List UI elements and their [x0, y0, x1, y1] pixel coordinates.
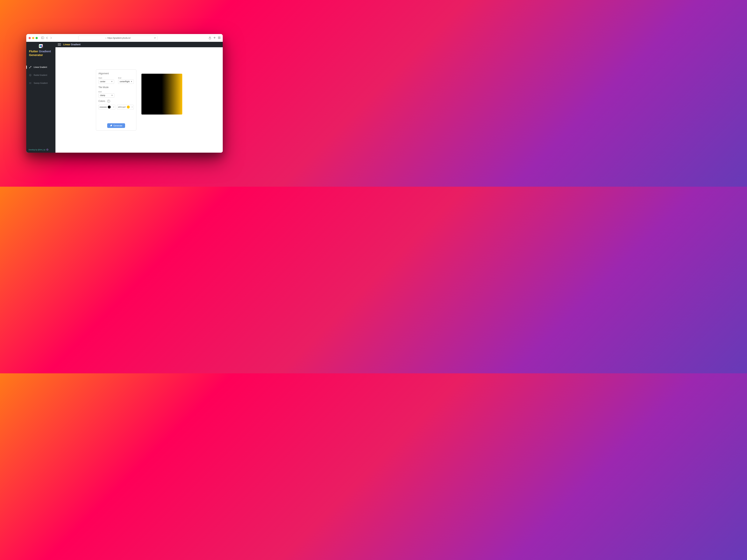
chevron-down-icon: ▼ — [111, 81, 113, 82]
alignment-start-value: center — [100, 80, 105, 83]
reload-icon[interactable]: ⟳ — [154, 37, 156, 39]
tabs-grid-icon[interactable] — [218, 36, 221, 39]
svg-rect-4 — [220, 37, 221, 38]
close-window-button[interactable] — [29, 37, 31, 39]
colors-label: Colors — [98, 100, 105, 103]
color-swatch[interactable] — [127, 106, 130, 108]
controls-card: Alignment Start center ▼ End — [96, 70, 136, 131]
sidebar-header: + Flutter Gradient Generator — [26, 42, 55, 60]
alignment-end-label: End — [118, 77, 134, 79]
new-tab-icon[interactable] — [213, 36, 216, 39]
footer-text[interactable]: Develop by @0mi_0p — [29, 149, 45, 151]
chevron-down-icon: ▼ — [111, 95, 113, 96]
tilemode-label: Tile Mode — [98, 86, 134, 89]
sidebar-item-label: Linear Gradient — [34, 66, 47, 68]
app-title-word-1: Flutter — [29, 50, 38, 53]
menu-icon[interactable] — [58, 43, 61, 46]
topbar-title-word-1: Linear — [63, 43, 70, 46]
topbar-title-word-2: Gradient — [71, 43, 80, 46]
svg-point-8 — [30, 75, 30, 76]
tilemode-value: clamp — [100, 94, 105, 97]
color-chip-1[interactable]: #FFC107 × — [117, 105, 134, 109]
app-content: + Flutter Gradient Generator Linear Grad… — [26, 42, 223, 153]
remove-color-button[interactable]: × — [131, 106, 133, 108]
svg-rect-5 — [218, 38, 219, 39]
alignment-label: Alignment — [98, 72, 134, 75]
sidebar: + Flutter Gradient Generator Linear Grad… — [26, 42, 55, 153]
canvas: Alignment Start center ▼ End — [55, 47, 223, 153]
gradient-preview — [141, 74, 182, 114]
sidebar-toggle-icon[interactable] — [41, 37, 44, 39]
svg-point-13 — [30, 82, 30, 83]
svg-rect-11 — [29, 83, 30, 84]
chrome-nav — [41, 37, 52, 39]
color-chip-0[interactable]: #000000 × — [98, 105, 115, 109]
app-title-word-2: Gradient — [39, 50, 51, 53]
minimize-window-button[interactable] — [32, 37, 34, 39]
svg-point-14 — [30, 83, 30, 84]
topbar: Linear Gradient — [55, 42, 223, 47]
svg-rect-9 — [29, 82, 30, 83]
radial-gradient-icon — [29, 74, 31, 76]
sidebar-item-radial-gradient[interactable]: Radial Gradient — [26, 72, 55, 78]
svg-rect-0 — [42, 37, 44, 39]
generate-button-label: Generate — [113, 125, 122, 127]
app-title: Flutter Gradient Generator — [29, 50, 53, 57]
share-icon[interactable] — [209, 36, 211, 39]
url-bar[interactable]: •• https://gradient.ytools.in/ ⟳ — [78, 35, 158, 40]
color-swatch[interactable] — [108, 106, 111, 108]
back-icon[interactable] — [46, 37, 48, 39]
alignment-start-select[interactable]: center ▼ — [98, 80, 114, 84]
globe-icon[interactable] — [46, 149, 48, 151]
app-title-word-3: Generator — [29, 53, 43, 57]
browser-window: •• https://gradient.ytools.in/ ⟳ + — [26, 34, 223, 153]
tilemode-select[interactable]: clamp ▼ — [98, 93, 114, 98]
reader-icon: •• — [105, 37, 106, 39]
svg-rect-3 — [218, 37, 219, 38]
color-hex: #FFC107 — [118, 106, 126, 108]
sweep-gradient-icon — [29, 82, 31, 84]
url-text: https://gradient.ytools.in/ — [107, 37, 131, 39]
alignment-end-select[interactable]: centerRight ▼ — [118, 80, 134, 84]
maximize-window-button[interactable] — [35, 37, 38, 39]
color-hex: #000000 — [100, 106, 107, 108]
linear-gradient-icon — [29, 66, 31, 69]
alignment-end-value: centerRight — [120, 80, 130, 83]
sidebar-footer: Develop by @0mi_0p — [26, 146, 55, 153]
add-color-button[interactable]: + — [107, 100, 110, 103]
remove-color-button[interactable]: × — [113, 106, 114, 108]
traffic-lights — [29, 37, 38, 39]
svg-rect-12 — [30, 83, 31, 84]
svg-rect-10 — [30, 82, 31, 83]
alignment-start-label: Start — [98, 77, 114, 79]
generate-button[interactable]: Generate — [107, 123, 125, 128]
browser-chrome: •• https://gradient.ytools.in/ ⟳ — [26, 34, 223, 42]
main-area: Linear Gradient Alignment Start center ▼ — [55, 42, 223, 153]
svg-rect-6 — [220, 38, 221, 39]
chevron-down-icon: ▼ — [131, 81, 132, 82]
nav-items: Linear Gradient Radial Gradient Sweep Gr… — [26, 64, 55, 147]
app-logo-icon: + — [39, 44, 43, 48]
sidebar-item-label: Sweep Gradient — [34, 82, 48, 84]
tilemode-field-label: End — [98, 91, 114, 93]
sidebar-item-label: Radial Gradient — [34, 74, 47, 76]
forward-icon[interactable] — [50, 37, 52, 39]
sidebar-item-linear-gradient[interactable]: Linear Gradient — [26, 64, 55, 70]
topbar-title: Linear Gradient — [63, 43, 80, 46]
sidebar-item-sweep-gradient[interactable]: Sweep Gradient — [26, 80, 55, 86]
wrench-icon — [110, 125, 112, 127]
